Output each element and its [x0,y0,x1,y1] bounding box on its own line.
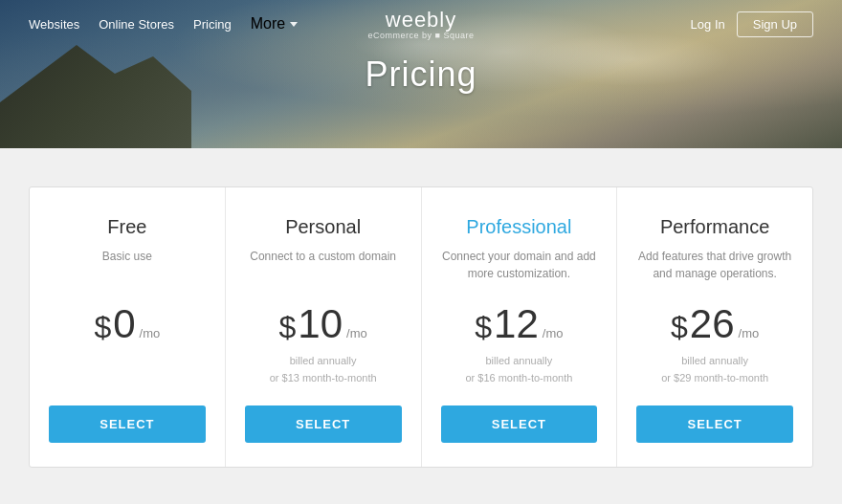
plan-desc-performance: Add features that drive growth and manag… [636,248,793,282]
logo-subtitle: eCommerce by ■ Square [368,31,475,40]
plan-card-performance: Performance Add features that drive grow… [617,187,812,467]
chevron-down-icon [290,22,298,27]
nav-more-label: More [251,15,285,33]
nav-more[interactable]: More [251,15,298,33]
plan-dollar-professional: $ [475,310,492,345]
signup-button[interactable]: Sign Up [737,11,813,37]
plan-name-performance: Performance [660,216,770,238]
plan-desc-personal: Connect to a custom domain [250,248,396,282]
hero-title: Pricing [365,55,476,95]
nav-pricing[interactable]: Pricing [193,17,232,32]
nav-links: Websites Online Stores Pricing More [29,15,298,33]
plan-per-performance: /mo [739,326,760,340]
navbar: Websites Online Stores Pricing More weeb… [0,0,842,48]
plan-card-personal: Personal Connect to a custom domain $ 10… [226,187,422,467]
nav-auth: Log In Sign Up [691,11,813,37]
plan-billing-personal: billed annuallyor $13 month-to-month [270,353,377,386]
logo[interactable]: weebly eCommerce by ■ Square [368,8,475,40]
plan-amount-personal: 10 [298,301,343,347]
plan-per-professional: /mo [543,326,564,340]
plan-desc-professional: Connect your domain and add more customi… [441,248,598,282]
main-content: Free Basic use $ 0 /mo SELECT Personal C… [0,148,842,504]
logo-text: weebly [368,8,475,33]
plan-amount-free: 0 [113,301,135,347]
plan-name-professional: Professional [466,216,571,238]
plan-amount-performance: 26 [690,301,735,347]
plan-billing-free [125,353,128,385]
plan-card-professional: Professional Connect your domain and add… [422,187,618,467]
nav-online-stores[interactable]: Online Stores [99,17,174,32]
plan-dollar-free: $ [94,310,111,345]
plan-desc-free: Basic use [102,248,152,282]
plan-billing-professional: billed annuallyor $16 month-to-month [465,353,572,386]
pricing-table: Free Basic use $ 0 /mo SELECT Personal C… [29,186,813,468]
plan-per-personal: /mo [346,326,367,340]
plan-price-row-professional: $ 12 /mo [475,301,563,347]
plan-name-personal: Personal [285,216,361,238]
plan-name-free: Free [107,216,146,238]
plan-per-free: /mo [140,326,161,340]
plan-dollar-personal: $ [279,310,297,345]
plan-billing-performance: billed annuallyor $29 month-to-month [661,353,768,386]
select-button-free[interactable]: SELECT [49,405,206,443]
plan-price-row-performance: $ 26 /mo [671,301,759,347]
plan-price-row-personal: $ 10 /mo [279,301,367,347]
nav-websites[interactable]: Websites [29,17,79,32]
plan-amount-professional: 12 [494,301,539,347]
select-button-professional[interactable]: SELECT [441,405,598,443]
login-button[interactable]: Log In [691,17,725,32]
select-button-performance[interactable]: SELECT [636,405,793,443]
plan-dollar-performance: $ [671,310,688,345]
plan-card-free: Free Basic use $ 0 /mo SELECT [30,187,226,467]
select-button-personal[interactable]: SELECT [245,405,402,443]
plan-price-row-free: $ 0 /mo [94,301,160,347]
